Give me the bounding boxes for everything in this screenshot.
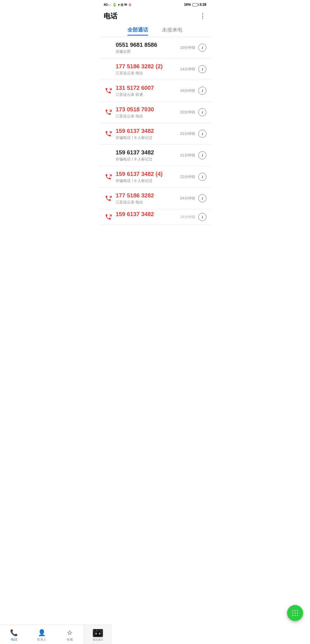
signal-icon: 4G↑↓ <box>104 3 111 6</box>
call-info: 177 5186 3282 (2) 江苏连云港 电信 <box>116 63 178 76</box>
call-item[interactable]: 173 0518 7030 江苏连云港 电信 20分钟前 i <box>99 102 211 123</box>
call-location: 安徽合肥 <box>116 49 178 54</box>
call-info: 131 5172 6007 江苏连云港 联通 <box>116 84 178 97</box>
call-info: 159 6137 3482 (4) 诈骗电话丨9 人标记过 <box>116 170 178 183</box>
call-meta: 21分钟前 i <box>180 130 206 138</box>
call-time: 22分钟前 <box>180 174 195 179</box>
call-item[interactable]: 0551 9681 8586 安徽合肥 10分钟前 i <box>99 37 211 59</box>
call-number: 173 0518 7030 <box>116 106 178 113</box>
clock: 3:28 <box>199 3 206 7</box>
call-item[interactable]: 159 6137 3482 诈骗电话丨9 人标记过 21分钟前 i <box>99 145 211 166</box>
call-number: 159 6137 3482 <box>116 149 178 156</box>
call-info: 177 5186 3282 江苏连云港 电信 <box>116 192 178 205</box>
call-number: 131 5172 6007 <box>116 84 178 92</box>
call-meta: 20分钟前 i <box>180 108 206 116</box>
call-number: 159 6137 3482 <box>116 127 178 135</box>
call-time: 16分钟前 <box>180 88 195 93</box>
info-button[interactable]: i <box>198 173 206 181</box>
info-button[interactable]: i <box>198 108 206 116</box>
tab-missed-calls[interactable]: 未接来电 <box>162 26 183 36</box>
battery-icon <box>192 3 198 6</box>
call-meta: 14分钟前 i <box>180 65 206 73</box>
call-info: 159 6137 3482 诈骗电话丨9 人标记过 <box>116 149 178 162</box>
call-tabs: 全部通话 未接来电 <box>99 23 211 36</box>
info-button[interactable]: i <box>198 65 206 73</box>
app-header: 电话 ⋮ <box>99 8 211 23</box>
status-right: 16% 3:28 <box>184 3 206 7</box>
call-time: 20分钟前 <box>180 110 195 115</box>
menu-button[interactable]: ⋮ <box>199 12 206 20</box>
call-time: 10分钟前 <box>180 45 195 50</box>
call-number: 177 5186 3282 <box>116 192 178 199</box>
call-number: 177 5186 3282 (2) <box>116 63 178 70</box>
missed-call-icon <box>104 194 113 203</box>
call-location: 江苏连云港 电信 <box>116 114 178 119</box>
battery-percent: 16% <box>184 3 191 7</box>
call-info: 159 6137 3482 诈骗电话丨9 人标记过 <box>116 210 178 224</box>
call-time: 21分钟前 <box>180 131 195 136</box>
call-info: 0551 9681 8586 安徽合肥 <box>116 41 178 54</box>
call-meta: 24分钟前 i <box>180 213 206 221</box>
missed-call-icon <box>104 86 113 95</box>
info-button[interactable]: i <box>198 130 206 138</box>
call-number: 159 6137 3482 (4) <box>116 170 178 178</box>
page-title: 电话 <box>104 11 117 21</box>
info-button[interactable]: i <box>198 151 206 159</box>
info-button[interactable]: i <box>198 44 206 52</box>
wifi-icon: 🔋 <box>112 3 117 7</box>
call-number: 159 6137 3482 <box>116 210 178 218</box>
info-button[interactable]: i <box>198 87 206 95</box>
tab-all-calls[interactable]: 全部通话 <box>127 26 148 36</box>
call-list: 0551 9681 8586 安徽合肥 10分钟前 i 177 5186 328… <box>99 37 211 248</box>
call-location: 江苏连云港 电信 <box>116 200 178 205</box>
call-meta: 10分钟前 i <box>180 44 206 52</box>
call-item[interactable]: 177 5186 3282 (2) 江苏连云港 电信 14分钟前 i <box>99 59 211 80</box>
call-time: 21分钟前 <box>180 153 195 158</box>
call-number: 0551 9681 8586 <box>116 41 178 49</box>
call-item[interactable]: 131 5172 6007 江苏连云港 联通 16分钟前 i <box>99 80 211 102</box>
missed-call-icon <box>104 172 113 181</box>
call-item[interactable]: 159 6137 3482 诈骗电话丨9 人标记过 24分钟前 i <box>99 209 211 225</box>
call-item[interactable]: 159 6137 3482 诈骗电话丨9 人标记过 21分钟前 i <box>99 123 211 145</box>
call-meta: 21分钟前 i <box>180 151 206 159</box>
call-location: 江苏连云港 电信 <box>116 71 178 76</box>
missed-call-icon <box>104 212 113 222</box>
call-item[interactable]: 177 5186 3282 江苏连云港 电信 24分钟前 i <box>99 188 211 209</box>
call-location: 诈骗电话丨9 人标记过 <box>116 178 178 183</box>
call-info: 159 6137 3482 诈骗电话丨9 人标记过 <box>116 127 178 140</box>
call-time: 24分钟前 <box>180 196 195 201</box>
status-bar: 4G↑↓ 🔋 ● ◎ ✉ 🀄 16% 3:28 <box>99 0 211 8</box>
call-meta: 24分钟前 i <box>180 194 206 202</box>
call-location: 江苏连云港 联通 <box>116 92 178 97</box>
missed-call-icon <box>104 108 113 117</box>
call-info: 173 0518 7030 江苏连云港 电信 <box>116 106 178 119</box>
status-left: 4G↑↓ 🔋 ● ◎ ✉ 🀄 <box>104 3 132 7</box>
missed-call-icon <box>104 129 113 138</box>
info-button[interactable]: i <box>198 194 206 202</box>
call-item[interactable]: 159 6137 3482 (4) 诈骗电话丨9 人标记过 22分钟前 i <box>99 166 211 188</box>
call-time: 14分钟前 <box>180 67 195 72</box>
call-time: 24分钟前 <box>180 214 195 220</box>
call-location: 诈骗电话丨9 人标记过 <box>116 157 178 162</box>
call-meta: 16分钟前 i <box>180 87 206 95</box>
call-location: 诈骗电话丨9 人标记过 <box>116 135 178 140</box>
notification-icons: ● ◎ ✉ 🀄 <box>118 3 132 7</box>
call-meta: 22分钟前 i <box>180 173 206 181</box>
info-button[interactable]: i <box>198 213 206 221</box>
